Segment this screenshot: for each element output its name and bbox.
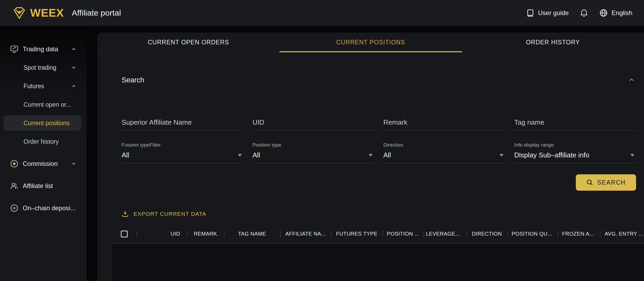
- dropdown-arrow-icon: [369, 154, 373, 157]
- superior-affiliate-name-input[interactable]: [122, 118, 243, 127]
- table-body-empty: [112, 243, 644, 281]
- search-icon: [586, 179, 594, 186]
- select-all-checkbox[interactable]: [121, 231, 128, 237]
- user-guide-link[interactable]: User guide: [526, 9, 569, 17]
- brand-name: WEEX: [30, 7, 64, 19]
- uid-field: [252, 118, 374, 130]
- sidebar-item-futures[interactable]: Futures: [0, 77, 87, 95]
- weex-logo-icon: [12, 6, 27, 20]
- tab-current-positions[interactable]: CURRENT POSITIONS: [279, 32, 462, 52]
- position-type-select[interactable]: Position type All: [252, 142, 374, 163]
- sidebar-item-order-history[interactable]: Order history: [0, 132, 87, 151]
- column-header-affiliate-name[interactable]: AFFILIATE NA...: [280, 224, 331, 243]
- collapse-panel-button[interactable]: [627, 76, 636, 85]
- topbar-actions: User guide English: [526, 9, 632, 17]
- globe-icon: [599, 9, 608, 17]
- chevron-up-icon: [71, 84, 76, 88]
- search-panel: Search Futures typeFilter All: [97, 52, 644, 191]
- column-header-uid[interactable]: UID: [137, 224, 187, 243]
- select-all-cell: [112, 224, 137, 243]
- direction-select[interactable]: Direction All: [383, 142, 505, 163]
- filter-label: Info display range: [514, 142, 636, 148]
- tab-bar: CURRENT OPEN ORDERS CURRENT POSITIONS OR…: [97, 32, 644, 52]
- column-header-avg-entry[interactable]: AVG. ENTRY ...: [600, 224, 644, 243]
- tab-order-history[interactable]: ORDER HISTORY: [462, 32, 644, 52]
- brand[interactable]: WEEX Affiliate portal: [12, 6, 121, 20]
- people-icon: [10, 182, 19, 190]
- filter-value: All: [122, 151, 129, 159]
- tag-name-field: [514, 118, 636, 130]
- sidebar: Trading data Spot trading Futures Curren…: [0, 26, 87, 281]
- chevron-down-icon: [71, 65, 76, 70]
- download-icon: [122, 210, 129, 217]
- language-selector[interactable]: English: [599, 9, 632, 17]
- tag-name-input[interactable]: [514, 118, 636, 127]
- chevron-up-icon: [71, 47, 76, 51]
- sidebar-item-affiliate-list[interactable]: Affiliate list: [0, 177, 87, 195]
- export-label: EXPORT CURRENT DATA: [134, 211, 206, 217]
- filter-value: All: [383, 151, 391, 159]
- sidebar-item-current-open-orders[interactable]: Current open or...: [0, 95, 87, 114]
- sidebar-item-trading-data[interactable]: Trading data: [0, 40, 87, 58]
- search-button-label: SEARCH: [597, 179, 626, 186]
- chevron-up-icon: [628, 77, 635, 83]
- page-title: Affiliate portal: [72, 8, 121, 17]
- sidebar-item-label: Trading data: [23, 45, 58, 53]
- search-panel-title: Search: [122, 76, 144, 84]
- futures-type-filter-select[interactable]: Futures typeFilter All: [122, 142, 243, 163]
- filter-label: Direction: [383, 142, 505, 148]
- remark-field: [383, 118, 505, 130]
- notifications-button[interactable]: [580, 9, 588, 17]
- main-content: CURRENT OPEN ORDERS CURRENT POSITIONS OR…: [97, 32, 644, 281]
- column-header-futures-type[interactable]: FUTURES TYPE: [331, 224, 383, 243]
- monitor-chart-icon: [10, 45, 19, 53]
- sidebar-item-current-positions[interactable]: Current positions: [3, 115, 81, 131]
- tab-current-open-orders[interactable]: CURRENT OPEN ORDERS: [97, 32, 279, 52]
- positions-table: UID REMARK TAG NAME AFFILIATE NA... FUTU…: [112, 224, 644, 281]
- dropdown-arrow-icon: [499, 154, 504, 157]
- column-header-frozen-amount[interactable]: FROZEN A...: [558, 224, 600, 243]
- column-header-position[interactable]: POSITION ...: [383, 224, 424, 243]
- search-button[interactable]: SEARCH: [576, 174, 636, 191]
- bell-icon: [580, 9, 588, 17]
- transfer-circle-icon: [10, 204, 19, 212]
- column-header-remark[interactable]: REMARK: [187, 224, 224, 243]
- table-header-row: UID REMARK TAG NAME AFFILIATE NA... FUTU…: [112, 224, 644, 243]
- filter-value: Display Sub–affiliate info: [514, 151, 589, 159]
- filter-label: Futures typeFilter: [122, 142, 243, 148]
- column-header-tag-name[interactable]: TAG NAME: [224, 224, 280, 243]
- column-header-leverage[interactable]: LEVERAGE...: [424, 224, 466, 243]
- sidebar-item-commission[interactable]: Commission: [0, 154, 87, 173]
- uid-input[interactable]: [252, 118, 374, 127]
- superior-affiliate-name-field: [122, 118, 243, 130]
- column-header-position-qty[interactable]: POSITION QU...: [507, 224, 558, 243]
- user-guide-label: User guide: [538, 9, 569, 17]
- book-icon: [526, 9, 534, 17]
- sidebar-item-spot-trading[interactable]: Spot trading: [0, 58, 87, 77]
- language-label: English: [611, 9, 632, 17]
- sidebar-item-onchain-deposit[interactable]: On–chain deposi...: [0, 199, 87, 217]
- dropdown-arrow-icon: [238, 154, 242, 157]
- info-display-range-select[interactable]: Info display range Display Sub–affiliate…: [514, 142, 636, 163]
- search-form: Futures typeFilter All Position type All…: [122, 118, 636, 163]
- filter-label: Position type: [252, 142, 374, 148]
- coin-diamond-icon: [10, 160, 19, 168]
- column-header-direction[interactable]: DIRECTION: [466, 224, 507, 243]
- export-current-data-button[interactable]: EXPORT CURRENT DATA: [122, 210, 206, 217]
- filter-value: All: [252, 151, 260, 159]
- remark-input[interactable]: [383, 118, 505, 127]
- chevron-down-icon: [71, 161, 76, 166]
- top-header: WEEX Affiliate portal User guide English: [0, 0, 644, 26]
- dropdown-arrow-icon: [630, 154, 634, 157]
